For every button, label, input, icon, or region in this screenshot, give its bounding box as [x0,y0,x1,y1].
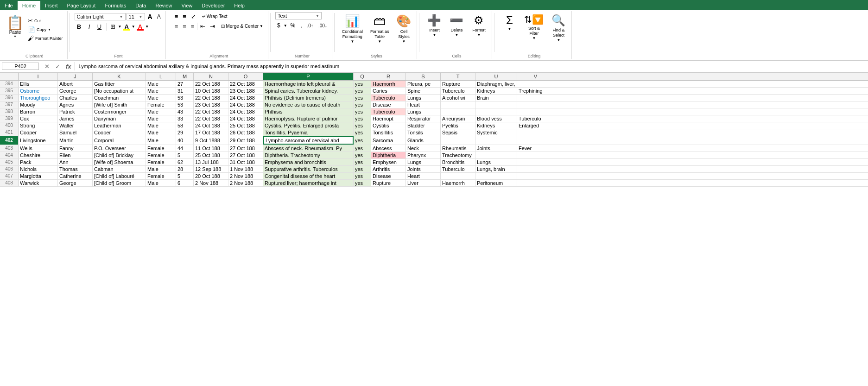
cell[interactable]: Tonsillitis [371,129,406,136]
cell[interactable]: Costermonger [93,108,146,115]
cell[interactable]: Trephining [517,88,554,94]
cell[interactable] [441,173,475,179]
cell[interactable]: Tracheotomy [441,152,475,158]
format-arrow[interactable]: ▼ [477,33,481,37]
delete-button[interactable]: ➖ Delete ▼ [446,12,467,39]
cell[interactable]: Ellen [58,152,93,158]
col-header-L[interactable]: L [146,73,176,80]
cell[interactable]: 25 Oct 188 [194,152,228,158]
align-left-button[interactable]: ≡ [173,22,180,31]
cell[interactable]: 40 [176,136,194,145]
cancel-formula-icon[interactable]: ✕ [43,63,51,70]
cell[interactable]: Bronchitis [441,159,475,165]
cell[interactable]: George [58,88,93,94]
copy-button[interactable]: 📄 Copy ▼ [26,25,64,33]
font-name-combo[interactable]: Calibri Light ▼ [75,13,126,20]
font-color-button[interactable]: A [136,22,144,31]
cell[interactable]: 24 Oct 188 [228,108,263,115]
cell[interactable]: Male [146,81,176,87]
align-top-left-button[interactable]: ≡ [173,12,180,21]
cell[interactable] [517,173,554,179]
cell[interactable]: Congenital disease of the heart [263,173,354,179]
cell[interactable]: Lungs, brain [475,166,517,172]
cell[interactable]: 27 Oct 188 [228,145,263,152]
col-header-O[interactable]: O [228,73,263,80]
cell[interactable]: Haemorrh [441,180,475,186]
cell[interactable]: Male [146,180,176,186]
cell[interactable]: 22 Oct 188 [194,95,228,101]
cell[interactable]: 22 Oct 188 [194,108,228,115]
cell[interactable] [517,136,554,145]
cell[interactable]: Lungs [406,159,441,165]
cell[interactable]: Livingstone [19,136,58,145]
cell[interactable]: yes [354,145,371,152]
tab-file[interactable]: File [0,1,18,10]
row-number[interactable]: 396 [0,95,19,101]
cell[interactable]: [Child of] Groom [93,180,146,186]
cell[interactable]: Abscess of neck. Rheumatism. Py [263,145,354,152]
cell[interactable]: Phthisis [263,108,354,115]
cell[interactable]: yes [354,95,371,101]
cell[interactable]: yes [354,129,371,136]
col-header-M[interactable]: M [176,73,194,80]
cell[interactable]: 25 Oct 188 [228,122,263,129]
cell[interactable]: Thoroughgoo [19,95,58,101]
cell[interactable]: 53 [176,95,194,101]
cell[interactable] [517,108,554,115]
cell[interactable]: 6 [176,180,194,186]
row-number[interactable]: 405 [0,159,19,165]
cell[interactable]: Strong [19,122,58,129]
cell[interactable]: Pyelitis [441,122,475,129]
cell[interactable]: yes [354,152,371,158]
cell[interactable]: Leatherman [93,122,146,129]
align-right-button[interactable]: ≡ [189,22,196,31]
cell[interactable]: [Wife of] Shoema [93,159,146,165]
cell[interactable]: Female [146,145,176,152]
cut-button[interactable]: ✂ Cut [26,17,64,25]
cell[interactable]: Joints [406,166,441,172]
row-number[interactable]: 394 [0,81,19,87]
row-number[interactable]: 403 [0,145,19,152]
cell[interactable]: Male [146,88,176,94]
cell-styles-arrow[interactable]: ▼ [402,39,405,44]
wrap-text-button[interactable]: ↵ Wrap Text [200,13,229,20]
cell[interactable]: 9 Oct 1888 [194,136,228,145]
cell[interactable]: Tuberculo [441,88,475,94]
cell[interactable]: yes [354,173,371,179]
cell[interactable]: Coachman [93,95,146,101]
row-number[interactable]: 406 [0,166,19,172]
cell[interactable]: Glands [406,136,441,145]
cell[interactable] [475,173,517,179]
cell[interactable]: Albert [58,81,93,87]
cell[interactable]: [Child of] Labouré [93,173,146,179]
cell[interactable]: Blood vess [475,115,517,122]
cell[interactable]: 27 Oct 188 [228,152,263,158]
cell[interactable]: Tuberculo [371,95,406,101]
cell[interactable]: Enlarged [517,122,554,129]
row-number[interactable]: 402 [0,136,19,145]
font-color-arrow[interactable]: ▼ [145,25,149,29]
cell[interactable]: 2 Nov 188 [228,180,263,186]
cell[interactable]: Rheumatis [441,145,475,152]
cell[interactable]: Osborne [19,88,58,94]
cell[interactable]: Cooper [93,129,146,136]
borders-arrow[interactable]: ▼ [118,25,122,29]
cell[interactable]: yes [354,115,371,122]
cell[interactable]: Tuberculo [441,166,475,172]
cell[interactable]: Liver [406,180,441,186]
insert-arrow[interactable]: ▼ [432,33,436,37]
cell[interactable]: Systemic [475,129,517,136]
formula-input[interactable] [77,63,866,70]
cell[interactable]: Pharynx [406,152,441,158]
col-header-J[interactable]: J [58,73,93,80]
cell[interactable]: 10 Oct 188 [194,88,228,94]
cell[interactable]: Disease [371,101,406,108]
col-header-R[interactable]: R [371,73,406,80]
find-select-arrow[interactable]: ▼ [557,38,560,42]
cell[interactable]: Lungs [475,159,517,165]
conditional-formatting-arrow[interactable]: ▼ [350,39,354,44]
accounting-button[interactable]: $ [275,21,282,30]
cell[interactable]: Sepsis [441,129,475,136]
cell[interactable]: Charles [58,95,93,101]
decrease-decimal-button[interactable]: .00↓ [317,22,329,29]
